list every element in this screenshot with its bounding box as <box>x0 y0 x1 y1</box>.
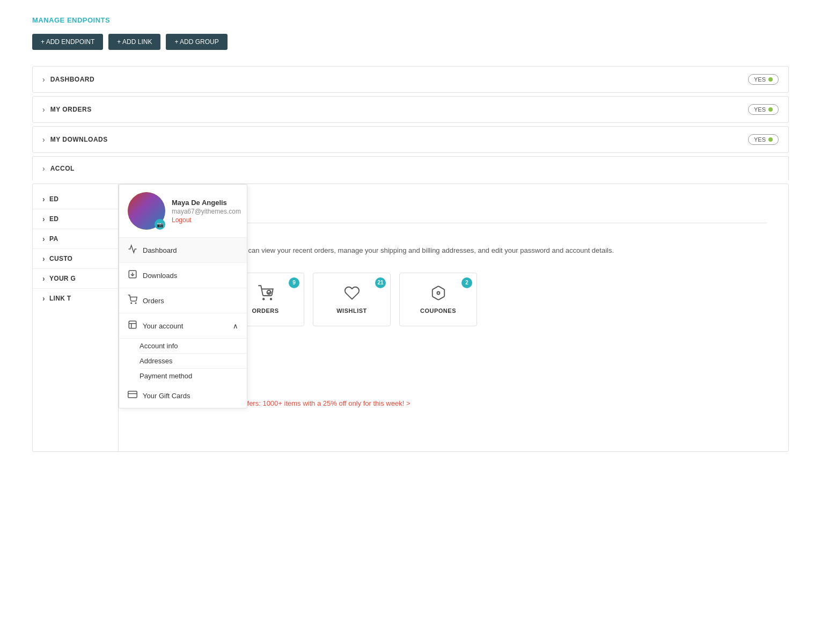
orders-icon <box>128 295 137 306</box>
svg-point-14 <box>437 291 439 294</box>
card-label-orders: ORDERS <box>252 308 278 314</box>
chevron-up-icon: ∧ <box>233 322 238 330</box>
endpoint-my-downloads[interactable]: › MY DOWNLOADS YES <box>32 126 789 153</box>
endpoint-accol[interactable]: › ACCOL <box>32 156 789 180</box>
chevron-icon: › <box>42 274 45 283</box>
status-dot <box>768 107 773 112</box>
svg-point-3 <box>135 303 136 304</box>
camera-icon[interactable]: 📷 <box>155 219 165 230</box>
chevron-icon: › <box>42 294 45 303</box>
svg-point-2 <box>131 303 132 304</box>
chevron-icon: › <box>42 75 45 84</box>
endpoint-label: ACCOL <box>50 165 75 172</box>
wishlist-badge: 21 <box>375 277 386 288</box>
chevron-icon: › <box>42 105 45 114</box>
chevron-icon: › <box>42 195 45 203</box>
chevron-icon: › <box>42 215 45 223</box>
wishlist-icon <box>344 285 360 304</box>
account-dropdown: 📷 Maya De Angelis maya67@yithemes.com Lo… <box>119 184 247 408</box>
menu-item-orders[interactable]: Orders <box>119 288 247 313</box>
status-dot <box>768 137 773 142</box>
menu-item-downloads[interactable]: Downloads <box>119 263 247 288</box>
svg-rect-7 <box>128 391 137 398</box>
avatar-wrap: 📷 <box>128 192 165 230</box>
downloads-icon <box>128 269 137 281</box>
account-sub-items: Account info Addresses Payment method <box>119 339 247 383</box>
svg-point-11 <box>263 298 265 300</box>
chevron-icon: › <box>42 135 45 144</box>
user-profile: 📷 Maya De Angelis maya67@yithemes.com Lo… <box>119 185 247 238</box>
chevron-icon: › <box>42 164 45 173</box>
account-icon <box>128 320 137 332</box>
menu-label-gift-cards: Your Gift Cards <box>143 392 190 400</box>
coupones-badge: 2 <box>461 277 472 288</box>
svg-rect-4 <box>129 321 136 328</box>
logout-button[interactable]: Logout <box>172 216 241 224</box>
user-name: Maya De Angelis <box>172 199 241 207</box>
menu-item-your-account[interactable]: Your account ∧ <box>119 313 247 339</box>
card-label-wishlist: WISHLIST <box>336 308 367 314</box>
chevron-icon: › <box>42 235 45 243</box>
sidebar-item-custo[interactable]: › CUSTO <box>33 249 118 269</box>
add-group-button[interactable]: + ADD GROUP <box>166 34 227 50</box>
svg-point-12 <box>270 298 272 300</box>
menu-label-dashboard: Dashboard <box>143 246 177 254</box>
endpoint-label: MY DOWNLOADS <box>50 136 108 143</box>
endpoint-my-orders[interactable]: › MY ORDERS YES <box>32 96 789 123</box>
add-endpoint-button[interactable]: + ADD ENDPOINT <box>32 34 103 50</box>
sidebar-item-linkt[interactable]: › LINK T <box>33 289 118 308</box>
status-dot <box>768 77 773 82</box>
sidebar-item-ed2[interactable]: › ED <box>33 209 118 229</box>
yes-badge: YES <box>748 104 779 115</box>
card-wishlist[interactable]: 21 WISHLIST <box>313 273 391 326</box>
yes-badge: YES <box>748 134 779 145</box>
sidebar-item-ed1[interactable]: › ED <box>33 189 118 209</box>
endpoints-list: › DASHBOARD YES › MY ORDERS YES › MY D <box>32 66 789 452</box>
sub-item-account-info[interactable]: Account info <box>140 339 247 354</box>
yes-badge: YES <box>748 74 779 85</box>
card-label-coupones: COUPONES <box>420 308 456 314</box>
toolbar: + ADD ENDPOINT + ADD LINK + ADD GROUP <box>32 34 789 50</box>
chevron-icon: › <box>42 254 45 263</box>
sidebar-item-pa[interactable]: › PA <box>33 229 118 249</box>
add-link-button[interactable]: + ADD LINK <box>108 34 160 50</box>
card-coupones[interactable]: 2 COUPONES <box>399 273 477 326</box>
menu-label-downloads: Downloads <box>143 272 177 280</box>
orders-badge: 9 <box>289 277 299 288</box>
sub-item-addresses[interactable]: Addresses <box>140 354 247 369</box>
coupon-icon <box>430 285 446 304</box>
sub-item-payment-method[interactable]: Payment method <box>140 369 247 383</box>
sidebar-item-yourc[interactable]: › YOUR G <box>33 269 118 289</box>
dashboard-icon <box>128 244 137 256</box>
menu-item-gift-cards[interactable]: Your Gift Cards <box>119 383 247 408</box>
expanded-sidebar: › ED › ED › PA › CUSTO › YOUR G <box>33 184 119 451</box>
endpoint-label: MY ORDERS <box>50 106 92 113</box>
endpoint-label: DASHBOARD <box>50 76 95 83</box>
menu-label-orders: Orders <box>143 297 164 305</box>
page-title: MANAGE ENDPOINTS <box>32 16 789 24</box>
expanded-panel: › ED › ED › PA › CUSTO › YOUR G <box>32 184 789 452</box>
gift-cards-icon <box>128 390 137 401</box>
orders-icon <box>258 285 274 304</box>
menu-label-your-account: Your account <box>143 322 183 330</box>
endpoint-dashboard[interactable]: › DASHBOARD YES <box>32 66 789 93</box>
user-email: maya67@yithemes.com <box>172 208 241 215</box>
menu-item-dashboard[interactable]: Dashboard <box>119 238 247 263</box>
